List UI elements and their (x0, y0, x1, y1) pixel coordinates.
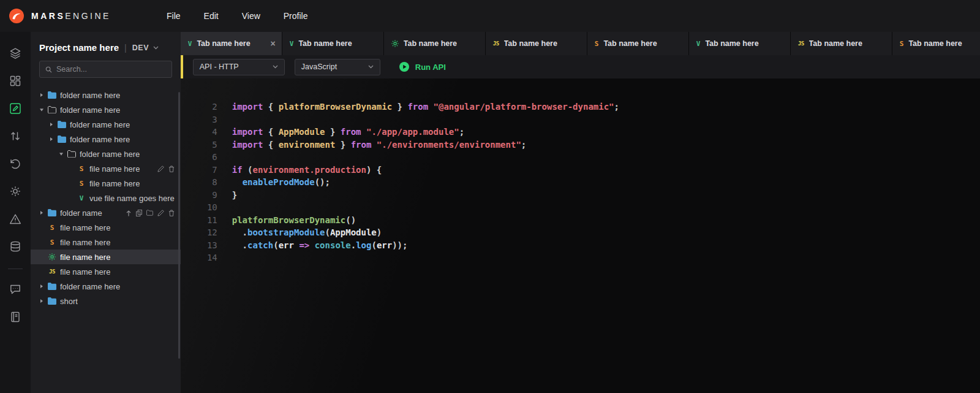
dashboard-icon[interactable] (0, 67, 31, 94)
tree-folder-item[interactable]: short (31, 294, 181, 308)
run-api-button[interactable]: Run API (399, 61, 446, 72)
database-icon[interactable] (0, 232, 31, 260)
edit-icon[interactable] (157, 210, 164, 216)
delete-icon[interactable] (168, 166, 175, 172)
line-number: 4 (197, 126, 217, 139)
chevron-down-icon (273, 65, 278, 69)
editor-icon[interactable] (0, 94, 31, 122)
alerts-icon[interactable] (0, 205, 31, 232)
search-input[interactable] (56, 65, 166, 74)
tree-folder-item[interactable]: folder name (31, 205, 181, 220)
folder-icon[interactable] (146, 210, 153, 216)
tab-8[interactable]: STab name here (892, 32, 980, 55)
tab-label: Tab name here (603, 39, 657, 48)
code-line: 9} (197, 189, 980, 202)
tab-label: Tab name here (504, 39, 557, 48)
code-text: .catch(err => console.log(err)); (232, 239, 408, 252)
tree-folder-item[interactable]: folder name here (31, 147, 181, 161)
caret-right-icon[interactable] (47, 137, 56, 142)
tab-1[interactable]: VTab name here× (181, 32, 282, 55)
settings-icon[interactable] (0, 177, 31, 205)
tree-file-item[interactable]: Sfile name here (31, 235, 181, 250)
sidebar: Project name here | DEV folder name here… (31, 32, 181, 393)
app-root: MARSENGINE FileEditViewProfile Project n… (0, 0, 980, 393)
tree-file-item[interactable]: Sfile name here (31, 220, 181, 235)
tree-file-item[interactable]: Sfile name here (31, 161, 181, 176)
line-number: 5 (197, 139, 217, 151)
search-box[interactable] (39, 61, 172, 78)
code-text: if (environment.production) { (232, 164, 382, 177)
tree-item-label: folder name here (80, 150, 140, 159)
tab-7[interactable]: JSTab name here (791, 32, 892, 55)
caret-right-icon[interactable] (37, 210, 46, 215)
env-selector[interactable]: DEV (132, 44, 159, 52)
line-number: 2 (197, 101, 217, 113)
caret-down-icon[interactable] (37, 107, 46, 112)
logo-icon (9, 8, 24, 24)
rail-divider (8, 269, 23, 269)
tree-folder-item[interactable]: folder name here (31, 88, 181, 102)
icon-rail (0, 32, 31, 393)
copy-icon[interactable] (136, 210, 142, 216)
journal-icon[interactable] (0, 303, 31, 330)
sass-icon: S (900, 40, 904, 48)
close-icon[interactable]: × (271, 39, 276, 48)
sort-icon[interactable] (0, 122, 31, 150)
tab-label: Tab name here (298, 39, 352, 48)
upload-icon[interactable] (126, 210, 132, 216)
caret-down-icon[interactable] (56, 151, 66, 156)
js-icon: JS (493, 40, 499, 47)
code-text: import { platformBrowserDynamic } from "… (232, 101, 619, 113)
menu-item-file[interactable]: File (167, 11, 181, 21)
tree-folder-item[interactable]: folder name here (31, 132, 181, 147)
tab-6[interactable]: VTab name here (689, 32, 791, 55)
tree-file-item[interactable]: Sfile name here (31, 176, 181, 191)
tab-label: Tab name here (705, 39, 758, 48)
tree-item-label: short (60, 297, 78, 306)
edit-icon[interactable] (157, 166, 164, 172)
menu-item-view[interactable]: View (242, 11, 260, 21)
row-actions (126, 210, 175, 216)
sidebar-scrollbar[interactable] (178, 92, 180, 359)
delete-icon[interactable] (168, 210, 175, 216)
tree-folder-item[interactable]: folder name here (31, 102, 181, 117)
layers-icon[interactable] (0, 39, 31, 67)
tree-folder-item[interactable]: folder name here (31, 117, 181, 132)
tab-label: Tab name here (404, 39, 457, 48)
code-line: 8 enableProdMode(); (197, 176, 980, 189)
caret-right-icon[interactable] (37, 284, 46, 289)
play-icon (399, 61, 410, 72)
search-icon (45, 66, 52, 73)
tree-file-item[interactable]: JSfile name here (31, 264, 181, 279)
caret-right-icon[interactable] (37, 299, 46, 303)
line-number: 11 (197, 214, 217, 227)
caret-right-icon[interactable] (37, 93, 46, 97)
line-number: 12 (197, 226, 217, 239)
tree-file-item[interactable]: file name here (31, 250, 181, 264)
folder-icon (56, 135, 68, 143)
chat-icon[interactable] (0, 275, 31, 303)
brand-name: MARSENGINE (31, 11, 111, 21)
row-actions (157, 166, 175, 172)
tab-4[interactable]: JSTab name here (486, 32, 587, 55)
menu-item-profile[interactable]: Profile (284, 11, 308, 21)
language-select[interactable]: JavaScript (295, 59, 380, 75)
line-number: 7 (197, 164, 217, 177)
tab-3[interactable]: Tab name here (384, 32, 486, 55)
menu-item-edit[interactable]: Edit (204, 11, 219, 21)
tree-folder-item[interactable]: folder name here (31, 279, 181, 294)
tab-5[interactable]: STab name here (587, 32, 689, 55)
tree-item-label: file name here (60, 238, 110, 247)
tree-item-label: folder name here (60, 282, 120, 291)
tree-file-item[interactable]: Vvue file name goes here (31, 191, 181, 205)
sass-icon: S (75, 180, 88, 188)
caret-right-icon[interactable] (47, 122, 56, 127)
project-header: Project name here | DEV (31, 32, 181, 61)
sass-icon: S (595, 40, 599, 48)
history-icon[interactable] (0, 150, 31, 177)
line-number: 6 (197, 151, 217, 164)
tab-2[interactable]: VTab name here (282, 32, 384, 55)
api-type-select[interactable]: API - HTTP (193, 59, 285, 75)
editor-toolbar: API - HTTP JavaScript Run API (181, 55, 980, 78)
code-editor[interactable]: 2import { platformBrowserDynamic } from … (181, 78, 980, 393)
